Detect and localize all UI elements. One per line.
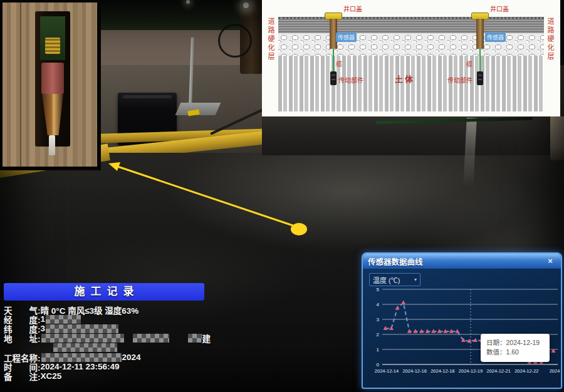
latitude-value: 3 (41, 324, 46, 333)
road-layer-label-left: 道路硬化层 (266, 18, 276, 61)
sensor-wire (333, 49, 334, 73)
probe-battery (41, 63, 64, 94)
svg-text:2024-12-19: 2024-12-19 (459, 368, 483, 374)
longitude-value: 1 (41, 314, 46, 324)
svg-text:2024-12-16: 2024-12-16 (402, 368, 426, 374)
sensor-wire (479, 49, 481, 73)
redaction-mosaic (46, 315, 81, 324)
note-label: 备 注: (4, 370, 41, 383)
buried-sensor (477, 71, 483, 85)
time-value: 2024-12-11 23:56:49 (41, 362, 120, 371)
chart-window-title: 传感器数据曲线 (368, 255, 423, 267)
project-tail: 2024 (122, 353, 141, 362)
redaction-mosaic (41, 334, 124, 343)
record-title: 施工记录 (4, 283, 204, 301)
redaction-mosaic (188, 334, 202, 343)
screenshot-stage: 道路硬化层 道路硬化层 井口盖 传感器 缆 传动部件 井口盖 (0, 0, 564, 392)
svg-text:2024-12-18: 2024-12-18 (431, 368, 454, 374)
probe-tip (49, 135, 55, 155)
component-label: 传动部件 (447, 75, 473, 85)
chart-window-body: 温度 (℃) ▾ 0123452024-12-142024-12-162024-… (363, 269, 561, 389)
wellhead-label: 井口盖 (490, 4, 509, 13)
soil-body-label: 土体 (395, 73, 415, 85)
tooltip-value: 数值：1.60 (486, 348, 544, 357)
svg-text:4: 4 (377, 302, 380, 307)
svg-text:2024-12-22: 2024-12-22 (514, 368, 538, 374)
close-icon[interactable]: × (545, 255, 556, 267)
soil-strata: 井口盖 传感器 缆 传动部件 井口盖 传感器 缆 传动部件 土体 (278, 13, 544, 111)
redaction-mosaic (133, 334, 169, 343)
asphalt-layer (278, 17, 544, 33)
sensor-badge: 传感器 (336, 33, 357, 42)
right-curb-edge (550, 116, 564, 160)
weather-value: 晴 0°C 南风≤3级 湿度63% (41, 304, 139, 316)
note-line: 备 注:XC25 (4, 371, 224, 381)
redaction-row (4, 343, 224, 353)
sensor-probe-inset-photo (0, 0, 101, 170)
wellhead-label: 井口盖 (343, 4, 362, 13)
probe-chip (45, 38, 60, 54)
component-label: 传动部件 (338, 75, 363, 85)
svg-text:3: 3 (377, 317, 380, 322)
svg-text:0: 0 (377, 362, 380, 368)
svg-text:2024-12-21: 2024-12-21 (486, 368, 510, 374)
construction-record-overlay: 施工记录 天 气:晴 0°C 南风≤3级 湿度63% 经 度:1 纬 度:3 地… (4, 283, 224, 381)
chart-tooltip: 日期：2024-12-19 数值：1.60 (481, 334, 550, 362)
road-layer-label-right: 道路硬化层 (545, 18, 555, 61)
note-value: XC25 (41, 371, 62, 381)
address-line: 地 址:建 (4, 333, 224, 343)
cable-label: 缆 (466, 59, 473, 68)
cable-label: 缆 (336, 59, 342, 68)
well-tube (476, 19, 484, 49)
chart-window-titlebar[interactable]: 传感器数据曲线 × (363, 254, 561, 269)
sensor-installation-diagram: 道路硬化层 道路硬化层 井口盖 传感器 缆 传动部件 井口盖 (262, 0, 560, 116)
svg-text:2: 2 (377, 332, 380, 338)
svg-text:1: 1 (377, 347, 380, 353)
wood-block (3, 3, 97, 167)
bicycle-wheel (218, 24, 252, 58)
street-light (186, 0, 190, 4)
buried-sensor (330, 71, 337, 85)
sensor-badge: 传感器 (485, 33, 506, 42)
sensor-data-chart-window: 传感器数据曲线 × 温度 (℃) ▾ 0123452024-12-142024-… (362, 252, 562, 389)
tooltip-date: 日期：2024-12-19 (486, 338, 544, 348)
svg-text:5: 5 (377, 287, 380, 292)
redaction-mosaic (41, 353, 122, 362)
svg-text:2024-12-14: 2024-12-14 (375, 368, 399, 374)
redaction-mosaic (46, 324, 118, 333)
street-light (243, 3, 249, 8)
redaction-mosaic (53, 343, 117, 352)
svg-text:2024: 2024 (550, 368, 560, 374)
